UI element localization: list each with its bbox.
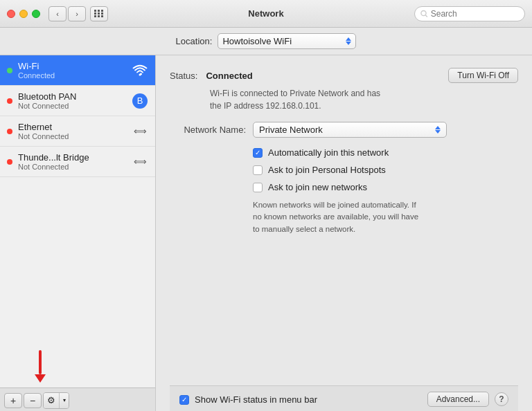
sidebar: Wi-Fi Connected Bluetooth — [0, 55, 156, 411]
stepper-up-icon — [346, 37, 351, 41]
wifi-status: Connected — [18, 71, 126, 80]
turn-wifi-off-button[interactable]: Turn Wi-Fi Off — [448, 68, 518, 83]
wifi-name: Wi-Fi — [18, 61, 126, 71]
svg-line-1 — [425, 15, 427, 17]
fullscreen-button[interactable] — [32, 10, 40, 18]
bluetooth-status-dot — [7, 98, 12, 104]
main-content: Wi-Fi Connected Bluetooth — [0, 55, 532, 411]
location-value: Howtoisolve WiFi — [222, 36, 342, 46]
show-wifi-label: Show Wi-Fi status in menu bar — [195, 394, 317, 405]
location-dropdown[interactable]: Howtoisolve WiFi — [218, 33, 356, 49]
arrow-annotation — [35, 350, 46, 383]
remove-network-button[interactable]: − — [24, 393, 42, 408]
location-label: Location: — [176, 36, 213, 46]
network-name-label: Network Name: — [170, 125, 246, 135]
network-stepper-up-icon — [435, 126, 441, 129]
new-networks-label: Ask to join new networks — [268, 182, 367, 192]
network-list: Wi-Fi Connected Bluetooth — [0, 55, 155, 387]
show-wifi-row: ✓ Show Wi-Fi status in menu bar — [179, 394, 317, 405]
add-network-button[interactable]: + — [4, 393, 22, 408]
auto-join-row: ✓ Automatically join this network — [253, 147, 518, 158]
ethernet-info: Ethernet Not Connected — [18, 122, 126, 140]
bluetooth-icon: B — [132, 93, 148, 109]
status-description: Wi-Fi is connected to Private Network an… — [210, 87, 518, 112]
bluetooth-name: Bluetooth PAN — [18, 91, 126, 102]
auto-join-label: Automatically join this network — [268, 147, 389, 158]
new-networks-row: Ask to join new networks — [253, 182, 518, 192]
sidebar-toolbar: + − ⚙ ▾ — [0, 387, 155, 411]
sidebar-item-wifi[interactable]: Wi-Fi Connected — [0, 55, 155, 86]
wifi-info: Wi-Fi Connected — [18, 61, 126, 80]
personal-hotspot-checkbox[interactable] — [253, 165, 263, 175]
location-bar: Location: Howtoisolve WiFi — [0, 28, 532, 55]
ethernet-status-dot — [7, 129, 12, 134]
status-value: Connected — [206, 71, 252, 81]
show-wifi-checkbox[interactable]: ✓ — [179, 395, 189, 405]
thunderbolt-info: Thunde...lt Bridge Not Connected — [18, 152, 126, 171]
thunderbolt-status: Not Connected — [18, 163, 126, 171]
status-label: Status: — [170, 71, 197, 81]
window-title: Network — [248, 8, 283, 19]
right-panel: Status: Connected Turn Wi-Fi Off Wi-Fi i… — [156, 55, 532, 411]
svg-point-0 — [421, 10, 426, 15]
forward-button[interactable]: › — [68, 6, 86, 21]
personal-hotspot-row: Ask to join Personal Hotspots — [253, 165, 518, 175]
ethernet-status: Not Connected — [18, 132, 126, 140]
network-name-dropdown[interactable]: Private Network — [253, 122, 447, 138]
bluetooth-info: Bluetooth PAN Not Connected — [18, 91, 126, 110]
traffic-lights — [7, 10, 40, 18]
grid-button[interactable] — [90, 6, 108, 21]
stepper-down-icon — [346, 42, 351, 45]
bottom-bar: ✓ Show Wi-Fi status in menu bar Advanced… — [170, 385, 518, 411]
nav-buttons: ‹ › — [48, 6, 86, 21]
arrow-head-icon — [35, 374, 46, 383]
wifi-status-dot — [7, 68, 12, 73]
auto-join-checkbox[interactable]: ✓ — [253, 148, 263, 158]
bottom-actions: Advanced... ? — [427, 392, 508, 407]
ethernet-name: Ethernet — [18, 122, 126, 132]
wifi-icon — [132, 62, 148, 79]
new-networks-checkbox[interactable] — [253, 183, 263, 192]
advanced-button[interactable]: Advanced... — [427, 392, 489, 407]
gear-menu[interactable]: ⚙ ▾ — [43, 392, 69, 409]
back-button[interactable]: ‹ — [48, 6, 66, 21]
arrow-shaft — [39, 350, 42, 374]
help-button[interactable]: ? — [495, 392, 508, 406]
svg-point-2 — [139, 73, 141, 75]
close-button[interactable] — [7, 10, 15, 18]
titlebar: ‹ › Network — [0, 0, 532, 28]
sidebar-item-thunderbolt[interactable]: Thunde...lt Bridge Not Connected ⟺ — [0, 147, 155, 177]
location-stepper — [346, 37, 351, 45]
search-icon — [420, 10, 428, 18]
show-wifi-checkmark-icon: ✓ — [181, 396, 187, 403]
sidebar-item-ethernet[interactable]: Ethernet Not Connected ⟺ — [0, 116, 155, 147]
bluetooth-circle-icon: B — [132, 93, 148, 109]
sidebar-item-bluetooth[interactable]: Bluetooth PAN Not Connected B — [0, 86, 155, 116]
gear-chevron-icon[interactable]: ▾ — [59, 393, 69, 408]
checkmark-icon: ✓ — [255, 149, 260, 156]
thunderbolt-name: Thunde...lt Bridge — [18, 152, 126, 163]
thunderbolt-icon: ⟺ — [132, 154, 148, 170]
ethernet-icon: ⟺ — [132, 123, 148, 140]
network-stepper — [435, 126, 441, 134]
bluetooth-status: Not Connected — [18, 102, 126, 110]
grid-icon — [94, 10, 104, 17]
minimize-button[interactable] — [19, 10, 28, 18]
search-box[interactable] — [414, 6, 525, 21]
thunderbolt-status-dot — [7, 159, 12, 165]
network-note: Known networks will be joined automatica… — [253, 199, 495, 235]
personal-hotspot-label: Ask to join Personal Hotspots — [268, 165, 386, 175]
network-name-value: Private Network — [259, 125, 435, 135]
search-input[interactable] — [431, 9, 519, 19]
gear-button[interactable]: ⚙ — [44, 393, 59, 408]
network-stepper-down-icon — [435, 130, 441, 134]
network-name-row: Network Name: Private Network — [170, 122, 518, 138]
status-row: Status: Connected Turn Wi-Fi Off — [170, 68, 518, 83]
